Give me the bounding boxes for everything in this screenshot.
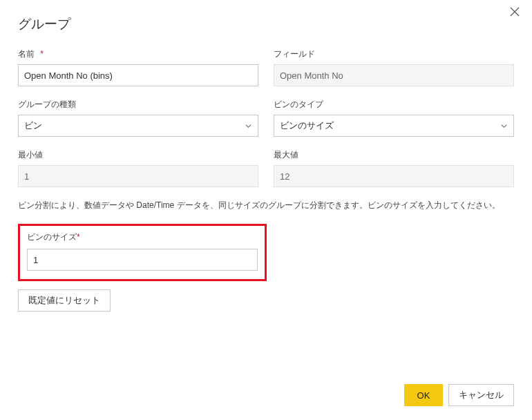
bin-size-required-asterisk: * <box>77 232 80 242</box>
dialog-footer: OK キャンセル <box>404 384 514 406</box>
max-label: 最大値 <box>274 149 514 161</box>
name-input[interactable] <box>18 64 258 86</box>
name-label: 名前 * <box>18 48 258 60</box>
close-button[interactable] <box>510 7 522 19</box>
bin-size-highlight: ビンのサイズ* <box>18 224 267 281</box>
bin-size-input[interactable] <box>27 249 258 271</box>
name-required-asterisk: * <box>40 49 44 59</box>
bin-type-value: ビンのサイズ <box>280 120 334 132</box>
cancel-button[interactable]: キャンセル <box>448 384 514 406</box>
chevron-down-icon <box>244 122 252 130</box>
group-type-select[interactable]: ビン <box>18 115 258 137</box>
ok-button[interactable]: OK <box>404 384 443 406</box>
min-readonly: 1 <box>18 165 258 187</box>
group-type-value: ビン <box>24 120 42 132</box>
field-label: フィールド <box>274 48 514 60</box>
row-name-field: 名前 * フィールド Open Month No <box>18 48 514 86</box>
bin-type-select[interactable]: ビンのサイズ <box>274 115 514 137</box>
bin-type-label: ビンのタイプ <box>274 99 514 111</box>
close-icon <box>510 7 522 17</box>
name-label-text: 名前 <box>18 49 35 59</box>
groups-dialog: グループ 名前 * フィールド Open Month No グループの種類 ビン <box>0 0 532 420</box>
min-label: 最小値 <box>18 149 258 161</box>
dialog-title: グループ <box>18 15 514 33</box>
bin-size-label: ビンのサイズ* <box>27 231 258 243</box>
bin-size-label-text: ビンのサイズ <box>27 232 77 242</box>
max-readonly: 12 <box>274 165 514 187</box>
help-text: ビン分割により、数値データや Date/Time データを、同じサイズのグループ… <box>18 200 514 211</box>
group-type-label: グループの種類 <box>18 99 258 111</box>
reset-to-default-button[interactable]: 既定値にリセット <box>18 289 111 312</box>
field-readonly: Open Month No <box>274 64 514 86</box>
row-min-max: 最小値 1 最大値 12 <box>18 149 514 187</box>
row-grouptype-bintype: グループの種類 ビン ビンのタイプ ビンのサイズ <box>18 99 514 137</box>
chevron-down-icon <box>500 122 508 130</box>
